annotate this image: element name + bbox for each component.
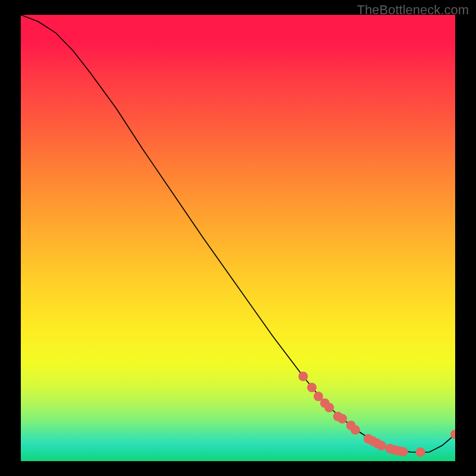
chart-overlay bbox=[21, 15, 455, 461]
attribution-text: TheBottleneck.com bbox=[357, 2, 469, 18]
plot-area bbox=[21, 15, 455, 461]
data-curve bbox=[21, 15, 455, 452]
data-marker bbox=[398, 447, 408, 456]
data-markers bbox=[299, 372, 456, 458]
data-marker bbox=[307, 383, 317, 392]
data-marker bbox=[377, 441, 386, 450]
data-marker bbox=[324, 403, 334, 412]
data-marker bbox=[299, 372, 308, 381]
data-marker bbox=[416, 447, 425, 457]
data-marker bbox=[350, 425, 360, 435]
data-marker bbox=[337, 414, 347, 424]
